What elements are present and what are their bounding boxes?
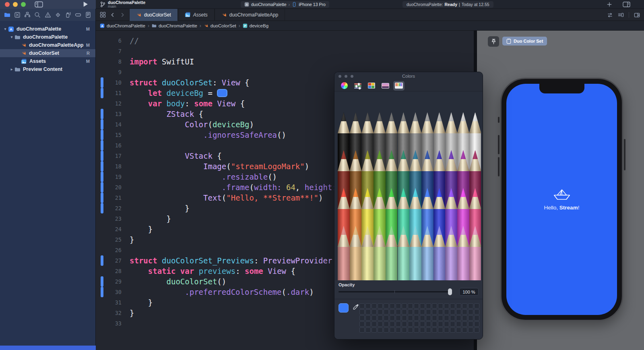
swatch-cell[interactable] xyxy=(384,321,389,327)
swatch-cell[interactable] xyxy=(426,315,431,321)
swatch-cell[interactable] xyxy=(365,321,371,327)
swatch-cell[interactable] xyxy=(468,321,473,327)
code-text[interactable]: // xyxy=(130,35,139,46)
swatch-cell[interactable] xyxy=(365,303,371,309)
swatch-cell[interactable] xyxy=(408,309,413,315)
swatch-cell[interactable] xyxy=(402,321,407,327)
swatch-cell[interactable] xyxy=(426,327,431,333)
swatch-cell[interactable] xyxy=(474,303,479,309)
breadcrumb-item-devicebg[interactable]: PdeviceBg xyxy=(243,23,268,28)
swatch-cell[interactable] xyxy=(426,309,431,315)
color-mode-pencils-icon[interactable] xyxy=(393,81,405,91)
code-text[interactable]: import SwiftUI xyxy=(130,56,194,67)
swatch-cell[interactable] xyxy=(420,303,425,309)
scheme-selector[interactable]: A duoChromaPalette › iPhone 13 Pro xyxy=(241,1,329,8)
swatch-cell[interactable] xyxy=(432,315,437,321)
swatch-cell[interactable] xyxy=(432,327,437,333)
swatch-cell[interactable] xyxy=(444,321,449,327)
code-text[interactable]: .resizable() xyxy=(130,172,277,182)
right-sidebar-toggle[interactable] xyxy=(623,2,630,7)
code-text[interactable]: } xyxy=(130,297,153,308)
swatch-cell[interactable] xyxy=(432,303,437,309)
swatch-cell[interactable] xyxy=(456,327,461,333)
swatch-cell[interactable] xyxy=(414,315,419,321)
swatch-cell[interactable] xyxy=(402,309,407,315)
tab-assets[interactable]: Assets xyxy=(178,9,215,21)
swatch-cell[interactable] xyxy=(468,315,473,321)
swatch-cell[interactable] xyxy=(414,321,419,327)
disclosure-triangle[interactable]: ▸ xyxy=(10,67,14,71)
swatch-cell[interactable] xyxy=(402,327,407,333)
navigator-source-control-icon[interactable] xyxy=(14,12,21,18)
swatch-cell[interactable] xyxy=(396,321,401,327)
code-text[interactable]: duoColorSet() xyxy=(130,276,226,287)
code-text[interactable]: struct duoColorSet: View { xyxy=(130,77,249,88)
swatch-cell[interactable] xyxy=(384,315,389,321)
swatch-cell[interactable] xyxy=(384,303,389,309)
swatch-cell[interactable] xyxy=(378,327,383,333)
library-plus-button[interactable] xyxy=(607,2,612,7)
swatch-cell[interactable] xyxy=(420,309,425,315)
pin-preview-button[interactable] xyxy=(488,36,499,47)
breadcrumb-item-duocolorset[interactable]: duoColorSet xyxy=(204,23,236,28)
swatch-cell[interactable] xyxy=(396,309,401,315)
swatch-cell[interactable] xyxy=(468,303,473,309)
sidebar-item-duochromapaletteapp[interactable]: duoChromaPaletteAppM xyxy=(0,41,95,49)
tab-overview-icon[interactable] xyxy=(100,12,106,18)
swatch-cell[interactable] xyxy=(462,321,467,327)
code-text[interactable]: } xyxy=(130,234,134,245)
swatch-cell[interactable] xyxy=(359,309,365,315)
swatch-cell[interactable] xyxy=(450,321,455,327)
navigator-symbol-icon[interactable] xyxy=(24,12,31,18)
swatch-cell[interactable] xyxy=(414,309,419,315)
add-editor-icon[interactable] xyxy=(634,12,640,18)
swatch-cell[interactable] xyxy=(462,303,467,309)
swatch-cell[interactable] xyxy=(359,327,365,333)
swatch-cell[interactable] xyxy=(372,321,377,327)
swatch-cell[interactable] xyxy=(456,321,461,327)
swatch-cell[interactable] xyxy=(396,315,401,321)
swatch-cell[interactable] xyxy=(408,315,413,321)
swatch-cell[interactable] xyxy=(390,315,395,321)
opacity-slider[interactable] xyxy=(339,291,450,292)
swatch-cell[interactable] xyxy=(462,309,467,315)
code-text[interactable]: .preferredColorScheme(.dark) xyxy=(130,287,314,297)
disclosure-triangle[interactable]: ▾ xyxy=(3,27,7,31)
swatch-cell[interactable] xyxy=(474,309,479,315)
swatch-cell[interactable] xyxy=(450,327,455,333)
opacity-slider-knob[interactable] xyxy=(448,288,452,295)
editor-options-icon[interactable] xyxy=(618,12,624,18)
swatch-cell[interactable] xyxy=(450,303,455,309)
code-text[interactable]: .frame(width: 64, height: 64) xyxy=(130,182,355,193)
color-mode-palettes-icon[interactable] xyxy=(366,81,377,91)
navigator-report-icon[interactable] xyxy=(85,12,91,18)
swatch-cell[interactable] xyxy=(462,315,467,321)
colors-panel-titlebar[interactable]: Colors xyxy=(334,72,483,80)
code-text[interactable]: Image("streamLogoMark") xyxy=(130,161,309,172)
swatch-cell[interactable] xyxy=(426,321,431,327)
swatch-cell[interactable] xyxy=(432,321,437,327)
tab-duochromapaletteapp[interactable]: duoChromaPaletteApp xyxy=(215,9,285,21)
left-sidebar-toggle[interactable] xyxy=(35,1,43,8)
swatch-cell[interactable] xyxy=(450,315,455,321)
code-text[interactable]: ZStack { xyxy=(130,109,203,119)
swatch-cell[interactable] xyxy=(426,303,431,309)
swatch-cell[interactable] xyxy=(474,315,479,321)
swatch-cell[interactable] xyxy=(390,303,395,309)
navigator-find-icon[interactable] xyxy=(34,12,41,18)
code-text[interactable]: var body: some View { xyxy=(130,98,245,109)
swatch-cell[interactable] xyxy=(365,315,371,321)
swatch-cell[interactable] xyxy=(474,327,479,333)
scheme-project[interactable]: duoChromaPalette xyxy=(251,2,287,7)
swatch-cell[interactable] xyxy=(432,309,437,315)
minimize-button[interactable] xyxy=(13,2,18,7)
swatch-cell[interactable] xyxy=(450,309,455,315)
swatch-cell[interactable] xyxy=(444,327,449,333)
swatch-cell[interactable] xyxy=(438,309,443,315)
sidebar-item-duochromapalette[interactable]: ▾duoChromaPalette xyxy=(0,33,95,41)
swatch-cell[interactable] xyxy=(384,309,389,315)
breadcrumb-item-duochromapalette[interactable]: duoChromaPalette xyxy=(152,23,197,28)
swatch-cell[interactable] xyxy=(372,315,377,321)
code-text[interactable]: let deviceBg = xyxy=(130,88,227,98)
swatch-cell[interactable] xyxy=(378,321,383,327)
